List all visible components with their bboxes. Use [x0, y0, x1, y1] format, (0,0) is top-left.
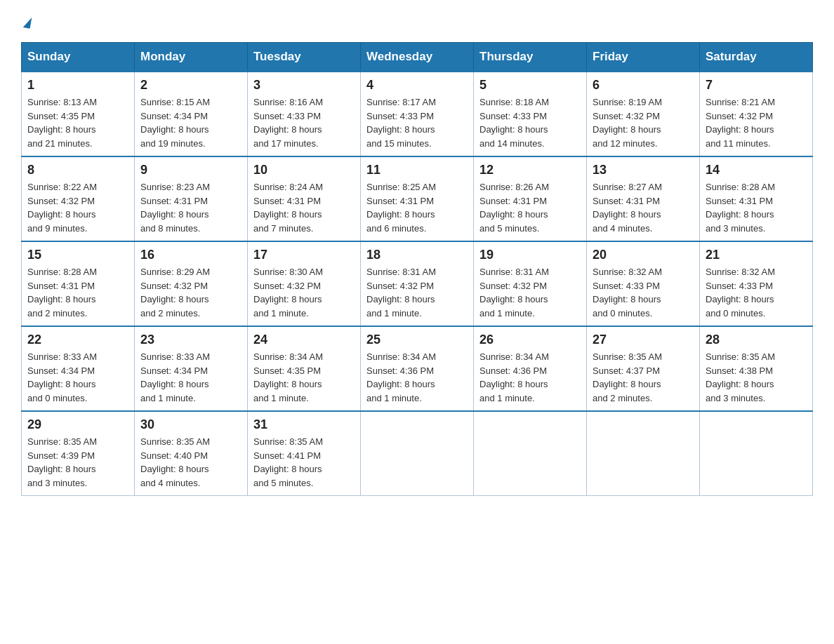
- weekday-header-thursday: Thursday: [474, 43, 587, 72]
- day-info: Sunrise: 8:34 AM Sunset: 4:36 PM Dayligh…: [479, 350, 581, 405]
- calendar-cell: 30 Sunrise: 8:35 AM Sunset: 4:40 PM Dayl…: [135, 411, 248, 496]
- day-info: Sunrise: 8:35 AM Sunset: 4:41 PM Dayligh…: [253, 435, 355, 490]
- day-info: Sunrise: 8:16 AM Sunset: 4:33 PM Dayligh…: [253, 95, 355, 150]
- calendar-cell: 4 Sunrise: 8:17 AM Sunset: 4:33 PM Dayli…: [361, 72, 474, 156]
- calendar-cell: 16 Sunrise: 8:29 AM Sunset: 4:32 PM Dayl…: [135, 241, 248, 326]
- day-info: Sunrise: 8:26 AM Sunset: 4:31 PM Dayligh…: [479, 180, 581, 235]
- logo: [21, 14, 31, 28]
- day-number: 6: [593, 78, 694, 93]
- day-number: 30: [140, 417, 241, 432]
- day-info: Sunrise: 8:23 AM Sunset: 4:31 PM Dayligh…: [140, 180, 241, 235]
- weekday-header-monday: Monday: [135, 43, 248, 72]
- calendar-cell: 20 Sunrise: 8:32 AM Sunset: 4:33 PM Dayl…: [587, 241, 700, 326]
- day-number: 9: [140, 163, 241, 177]
- day-number: 8: [27, 163, 128, 177]
- calendar-cell: 29 Sunrise: 8:35 AM Sunset: 4:39 PM Dayl…: [22, 411, 135, 496]
- calendar-cell: 15 Sunrise: 8:28 AM Sunset: 4:31 PM Dayl…: [22, 241, 135, 326]
- day-number: 22: [27, 333, 128, 347]
- day-number: 17: [253, 248, 355, 262]
- calendar-cell: 13 Sunrise: 8:27 AM Sunset: 4:31 PM Dayl…: [587, 156, 700, 241]
- weekday-header-row: SundayMondayTuesdayWednesdayThursdayFrid…: [22, 43, 813, 72]
- day-number: 19: [479, 248, 581, 262]
- calendar-cell: 23 Sunrise: 8:33 AM Sunset: 4:34 PM Dayl…: [135, 326, 248, 411]
- day-info: Sunrise: 8:31 AM Sunset: 4:32 PM Dayligh…: [479, 265, 581, 320]
- week-row-3: 15 Sunrise: 8:28 AM Sunset: 4:31 PM Dayl…: [22, 241, 813, 326]
- calendar-cell: 25 Sunrise: 8:34 AM Sunset: 4:36 PM Dayl…: [361, 326, 474, 411]
- day-number: 25: [366, 333, 468, 347]
- calendar-cell: 9 Sunrise: 8:23 AM Sunset: 4:31 PM Dayli…: [135, 156, 248, 241]
- calendar-cell: 27 Sunrise: 8:35 AM Sunset: 4:37 PM Dayl…: [587, 326, 700, 411]
- calendar-cell: 6 Sunrise: 8:19 AM Sunset: 4:32 PM Dayli…: [587, 72, 700, 156]
- weekday-header-saturday: Saturday: [700, 43, 813, 72]
- calendar-cell: [587, 411, 700, 496]
- day-info: Sunrise: 8:21 AM Sunset: 4:32 PM Dayligh…: [706, 95, 807, 150]
- day-number: 11: [366, 163, 468, 177]
- day-number: 31: [253, 417, 355, 432]
- day-info: Sunrise: 8:35 AM Sunset: 4:39 PM Dayligh…: [27, 435, 128, 490]
- week-row-1: 1 Sunrise: 8:13 AM Sunset: 4:35 PM Dayli…: [22, 72, 813, 156]
- day-info: Sunrise: 8:28 AM Sunset: 4:31 PM Dayligh…: [27, 265, 128, 320]
- day-info: Sunrise: 8:30 AM Sunset: 4:32 PM Dayligh…: [253, 265, 355, 320]
- day-number: 24: [253, 333, 355, 347]
- week-row-2: 8 Sunrise: 8:22 AM Sunset: 4:32 PM Dayli…: [22, 156, 813, 241]
- day-number: 14: [706, 163, 807, 177]
- day-number: 5: [479, 78, 581, 93]
- day-number: 1: [27, 78, 128, 93]
- day-number: 13: [593, 163, 694, 177]
- day-info: Sunrise: 8:22 AM Sunset: 4:32 PM Dayligh…: [27, 180, 128, 235]
- page-header: [21, 14, 813, 28]
- calendar-cell: 10 Sunrise: 8:24 AM Sunset: 4:31 PM Dayl…: [248, 156, 361, 241]
- calendar-cell: [474, 411, 587, 496]
- day-number: 28: [706, 333, 807, 347]
- day-number: 16: [140, 248, 241, 262]
- weekday-header-friday: Friday: [587, 43, 700, 72]
- calendar-cell: 5 Sunrise: 8:18 AM Sunset: 4:33 PM Dayli…: [474, 72, 587, 156]
- calendar-cell: 1 Sunrise: 8:13 AM Sunset: 4:35 PM Dayli…: [22, 72, 135, 156]
- calendar-cell: 21 Sunrise: 8:32 AM Sunset: 4:33 PM Dayl…: [700, 241, 813, 326]
- calendar-cell: 22 Sunrise: 8:33 AM Sunset: 4:34 PM Dayl…: [22, 326, 135, 411]
- day-number: 18: [366, 248, 468, 262]
- day-number: 20: [593, 248, 694, 262]
- calendar-cell: 11 Sunrise: 8:25 AM Sunset: 4:31 PM Dayl…: [361, 156, 474, 241]
- day-number: 29: [27, 417, 128, 432]
- day-info: Sunrise: 8:17 AM Sunset: 4:33 PM Dayligh…: [366, 95, 468, 150]
- day-info: Sunrise: 8:32 AM Sunset: 4:33 PM Dayligh…: [593, 265, 694, 320]
- day-info: Sunrise: 8:33 AM Sunset: 4:34 PM Dayligh…: [27, 350, 128, 405]
- day-info: Sunrise: 8:28 AM Sunset: 4:31 PM Dayligh…: [706, 180, 807, 235]
- day-info: Sunrise: 8:33 AM Sunset: 4:34 PM Dayligh…: [140, 350, 241, 405]
- calendar-cell: 31 Sunrise: 8:35 AM Sunset: 4:41 PM Dayl…: [248, 411, 361, 496]
- day-info: Sunrise: 8:15 AM Sunset: 4:34 PM Dayligh…: [140, 95, 241, 150]
- calendar-cell: 28 Sunrise: 8:35 AM Sunset: 4:38 PM Dayl…: [700, 326, 813, 411]
- day-number: 10: [253, 163, 355, 177]
- day-number: 21: [706, 248, 807, 262]
- day-info: Sunrise: 8:35 AM Sunset: 4:38 PM Dayligh…: [706, 350, 807, 405]
- day-number: 4: [366, 78, 468, 93]
- calendar-table: SundayMondayTuesdayWednesdayThursdayFrid…: [21, 42, 813, 496]
- calendar-cell: 19 Sunrise: 8:31 AM Sunset: 4:32 PM Dayl…: [474, 241, 587, 326]
- calendar-cell: 24 Sunrise: 8:34 AM Sunset: 4:35 PM Dayl…: [248, 326, 361, 411]
- day-info: Sunrise: 8:34 AM Sunset: 4:35 PM Dayligh…: [253, 350, 355, 405]
- week-row-4: 22 Sunrise: 8:33 AM Sunset: 4:34 PM Dayl…: [22, 326, 813, 411]
- day-number: 2: [140, 78, 241, 93]
- weekday-header-sunday: Sunday: [22, 43, 135, 72]
- calendar-cell: [361, 411, 474, 496]
- day-info: Sunrise: 8:34 AM Sunset: 4:36 PM Dayligh…: [366, 350, 468, 405]
- day-info: Sunrise: 8:24 AM Sunset: 4:31 PM Dayligh…: [253, 180, 355, 235]
- day-info: Sunrise: 8:18 AM Sunset: 4:33 PM Dayligh…: [479, 95, 581, 150]
- day-info: Sunrise: 8:13 AM Sunset: 4:35 PM Dayligh…: [27, 95, 128, 150]
- day-number: 23: [140, 333, 241, 347]
- day-number: 12: [479, 163, 581, 177]
- calendar-cell: 2 Sunrise: 8:15 AM Sunset: 4:34 PM Dayli…: [135, 72, 248, 156]
- day-info: Sunrise: 8:35 AM Sunset: 4:40 PM Dayligh…: [140, 435, 241, 490]
- weekday-header-tuesday: Tuesday: [248, 43, 361, 72]
- calendar-cell: 18 Sunrise: 8:31 AM Sunset: 4:32 PM Dayl…: [361, 241, 474, 326]
- day-info: Sunrise: 8:27 AM Sunset: 4:31 PM Dayligh…: [593, 180, 694, 235]
- calendar-cell: 12 Sunrise: 8:26 AM Sunset: 4:31 PM Dayl…: [474, 156, 587, 241]
- day-info: Sunrise: 8:35 AM Sunset: 4:37 PM Dayligh…: [593, 350, 694, 405]
- calendar-cell: 14 Sunrise: 8:28 AM Sunset: 4:31 PM Dayl…: [700, 156, 813, 241]
- week-row-5: 29 Sunrise: 8:35 AM Sunset: 4:39 PM Dayl…: [22, 411, 813, 496]
- calendar-cell: 17 Sunrise: 8:30 AM Sunset: 4:32 PM Dayl…: [248, 241, 361, 326]
- calendar-cell: 7 Sunrise: 8:21 AM Sunset: 4:32 PM Dayli…: [700, 72, 813, 156]
- weekday-header-wednesday: Wednesday: [361, 43, 474, 72]
- day-info: Sunrise: 8:32 AM Sunset: 4:33 PM Dayligh…: [706, 265, 807, 320]
